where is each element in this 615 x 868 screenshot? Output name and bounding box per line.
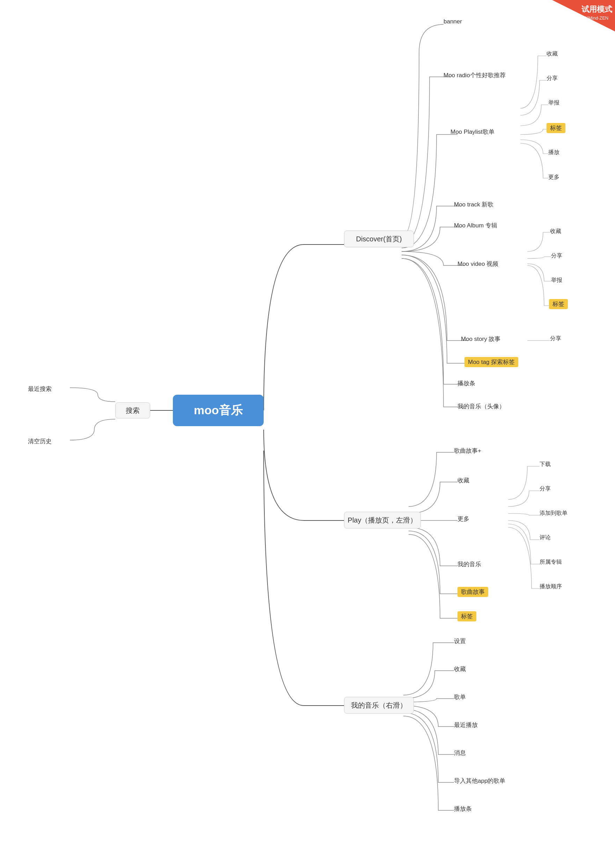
moo-album-node: Moo Album 专辑 [454, 220, 497, 231]
connector-lines [0, 0, 615, 868]
playlist-collect-node: 收藏 [546, 49, 558, 59]
clear-history-label: 清空历史 [28, 437, 52, 445]
playlist-tag-node: 标签 [546, 123, 565, 133]
recent-search-node: 最近搜索 [28, 384, 52, 394]
play-label: Play（播放页，左滑） [348, 515, 417, 525]
play-collect-node: 收藏 [457, 475, 469, 486]
mymusic-playlist: 歌单 [454, 692, 466, 703]
video-share-node: 分享 [551, 251, 562, 261]
play-more-comment: 评论 [540, 533, 551, 543]
mymusic-import: 导入其他app的歌单 [454, 776, 505, 786]
play-storyhighlight-node: 歌曲故事 [457, 587, 488, 597]
moo-playlist-node: Moo Playlist歌单 [451, 126, 495, 137]
discover-label: Discover(首页) [356, 234, 402, 244]
mymusic-playbar: 播放条 [454, 803, 472, 814]
moo-radio-node: Moo radio个性好歌推荐 [443, 70, 506, 81]
clear-history-node: 清空历史 [28, 436, 52, 447]
banner-label: banner [443, 18, 462, 25]
story-share-node: 分享 [550, 334, 561, 344]
mymusic-message: 消息 [454, 748, 466, 758]
video-report-node: 举报 [551, 275, 562, 286]
banner-node: banner [443, 17, 462, 27]
recent-search-label: 最近搜索 [28, 385, 52, 393]
play-more-node: 更多 [457, 514, 469, 524]
trial-badge: 试用模式 XMind·ZEN [552, 0, 615, 31]
video-collect-node: 收藏 [550, 226, 561, 236]
mymusic-label: 我的音乐（右滑） [351, 701, 407, 710]
moo-video-node: Moo video 视频 [457, 259, 498, 269]
play-node[interactable]: Play（播放页，左滑） [344, 512, 421, 528]
moo-story-node: Moo story 故事 [461, 334, 501, 344]
play-more-share: 分享 [540, 484, 551, 494]
moo-playlist-label: Moo Playlist歌单 [451, 128, 495, 136]
play-story-plus-node: 歌曲故事+ [454, 445, 481, 456]
playlist-report-node: 举报 [548, 98, 559, 108]
mymusic-node[interactable]: 我的音乐（右滑） [344, 697, 414, 713]
play-more-addlist: 添加到歌单 [540, 508, 568, 518]
moo-radio-label: Moo radio个性好歌推荐 [443, 71, 506, 79]
play-more-order: 播放顺序 [540, 582, 562, 592]
trial-sub-text: XMind·ZEN [581, 16, 612, 20]
mymusic-recent: 最近播放 [454, 720, 478, 731]
search-node[interactable]: 搜索 [115, 403, 150, 418]
mymusic-settings: 设置 [454, 636, 466, 646]
discover-playbar-node: 播放条 [457, 378, 475, 389]
mindmap: 试用模式 XMind·ZEN [0, 0, 615, 868]
moo-tag-node: Moo tag 探索标签 [465, 357, 518, 367]
play-more-album: 所属专辑 [540, 557, 562, 567]
play-taghighlight-node: 标签 [457, 611, 476, 621]
playlist-play-node: 播放 [548, 147, 559, 158]
playlist-share-node: 分享 [546, 73, 558, 83]
play-mymusic-node: 我的音乐 [457, 559, 481, 570]
trial-main-text: 试用模式 [581, 4, 612, 15]
discover-node[interactable]: Discover(首页) [344, 231, 414, 247]
central-node: moo音乐 [173, 395, 264, 426]
central-label: moo音乐 [194, 403, 243, 418]
search-label: 搜索 [126, 406, 140, 415]
moo-track-node: Moo track 新歌 [454, 199, 493, 210]
mymusic-collect: 收藏 [454, 663, 466, 674]
play-more-download: 下载 [540, 459, 551, 470]
video-tag-node: 标签 [549, 299, 568, 309]
playlist-more-node: 更多 [548, 172, 559, 182]
discover-mymusic-node: 我的音乐（头像） [457, 401, 505, 412]
